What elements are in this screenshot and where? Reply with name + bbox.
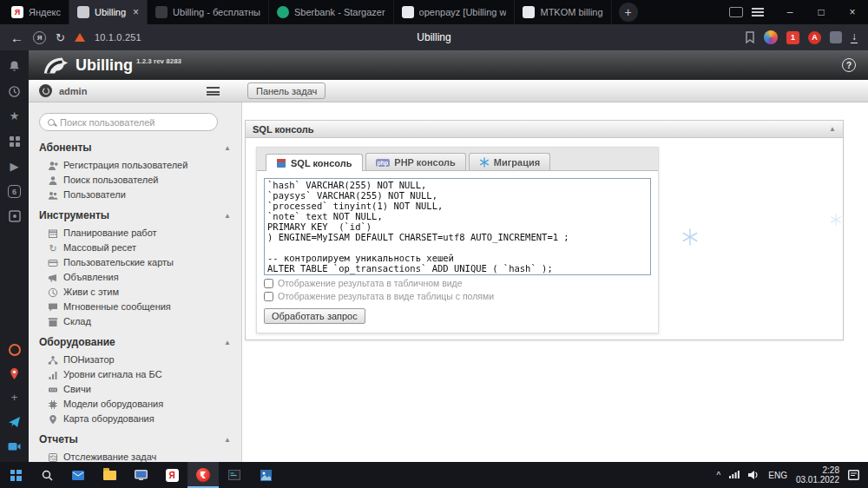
tab-php-console[interactable]: php PHP консоль — [365, 153, 466, 170]
collapse-icon[interactable]: ▲ — [224, 339, 231, 346]
reload-icon[interactable]: ↻ — [56, 31, 65, 44]
record-icon[interactable] — [9, 344, 21, 356]
taskbar-clock[interactable]: 2:28 03.01.2022 — [796, 465, 839, 485]
menu-item-announcements[interactable]: Объявления — [37, 270, 233, 285]
menu-item-instant-messages[interactable]: Мгновенные сообщения — [37, 300, 233, 314]
volume-icon[interactable] — [748, 471, 760, 479]
main-content: SQL консоль ▲ SQL консоль php PHP консол… — [243, 102, 868, 462]
tab-migration[interactable]: Миграция — [469, 153, 550, 170]
network-icon[interactable] — [729, 471, 740, 479]
table-view-checkbox[interactable] — [264, 279, 273, 288]
hidden-icons-caret[interactable]: ^ — [717, 471, 721, 480]
downloads-icon[interactable]: ↓ — [851, 32, 858, 43]
tab-ubilling-free[interactable]: Ubilling - бесплатны — [148, 0, 269, 24]
php-icon: php — [376, 159, 391, 167]
section-header-equipment[interactable]: Оборудование ▲ — [39, 336, 231, 348]
process-query-button[interactable]: Обработать запрос — [264, 308, 365, 324]
menu-item-user-search[interactable]: Поиск пользователей — [37, 173, 233, 188]
menu-item-user-registration[interactable]: Регистрация пользователей — [37, 158, 233, 173]
tab-close-icon[interactable]: × — [133, 7, 139, 17]
search-input[interactable] — [60, 117, 209, 128]
player-icon[interactable]: ▶ — [8, 160, 22, 174]
camera-icon[interactable] — [8, 439, 22, 453]
chat-icon — [48, 302, 58, 313]
menu-item-task-tracking[interactable]: Отслеживание задач — [37, 450, 233, 462]
section-header-tools[interactable]: Инструменты ▲ — [39, 209, 231, 221]
task-panel-button[interactable]: Панель задач — [247, 82, 326, 99]
menu-item-live-with-this[interactable]: Живи с этим — [37, 285, 233, 300]
menu-item-switches[interactable]: Свичи — [37, 382, 233, 397]
tab-ubilling[interactable]: Ubilling × — [69, 0, 148, 24]
user-search-box[interactable] — [39, 113, 218, 131]
favorites-star-icon[interactable]: ★ — [8, 109, 22, 123]
taskbar-search-icon[interactable] — [31, 462, 62, 488]
tab-counter-badge[interactable]: 6 — [8, 185, 21, 198]
tab-sberbank[interactable]: Sberbank - Stargazer — [269, 0, 394, 24]
extension-icon[interactable] — [830, 31, 842, 43]
collections-icon[interactable] — [8, 135, 22, 148]
sql-query-textarea[interactable]: `hash` VARCHAR(255) NOT NULL, `paysys` V… — [264, 178, 651, 275]
menu-item-bs-signal-levels[interactable]: Уровни сигнала на БС — [37, 367, 233, 382]
yandex-services-icon[interactable]: Я — [33, 31, 46, 44]
logout-power-icon[interactable] — [39, 84, 52, 97]
network-icon — [48, 355, 58, 366]
new-tab-button[interactable]: + — [619, 3, 638, 22]
terminal-app-icon[interactable] — [219, 462, 250, 488]
menu-item-user-cards[interactable]: Пользовательские карты — [37, 255, 233, 270]
collapse-icon[interactable]: ▲ — [224, 436, 231, 444]
browser-menu-icon[interactable] — [752, 8, 764, 16]
yandex-browser-icon[interactable] — [187, 462, 219, 488]
bookmark-flag-icon[interactable] — [745, 31, 755, 43]
section-header-abonents[interactable]: Абоненты ▲ — [39, 142, 231, 154]
alerts-badge[interactable]: 1 — [786, 31, 799, 44]
help-button[interactable]: ? — [842, 58, 856, 72]
menu-item-warehouse[interactable]: Склад — [37, 314, 233, 329]
reset-icon: ↻ — [48, 243, 58, 254]
avatar[interactable] — [764, 30, 778, 44]
adblock-icon[interactable]: А — [808, 31, 821, 44]
menu-item-equipment-models[interactable]: Модели оборудования — [37, 397, 233, 412]
sql-panel-header[interactable]: SQL консоль ▲ — [246, 121, 843, 138]
address-bar[interactable]: 10.1.0.251 — [95, 32, 141, 43]
table-with-fields-checkbox[interactable] — [264, 292, 273, 301]
messenger-icon[interactable] — [8, 415, 22, 429]
menu-item-equipment-map[interactable]: Карта оборудования — [37, 412, 233, 426]
location-pin-icon[interactable] — [8, 366, 22, 380]
yandex-app-icon[interactable]: Я — [156, 462, 187, 488]
tab-sql-console[interactable]: SQL консоль — [266, 154, 363, 171]
map-pin-icon — [48, 414, 58, 425]
photos-app-icon[interactable] — [250, 462, 281, 488]
menu-item-ponizator[interactable]: ПОНизатор — [37, 353, 233, 367]
chip-icon — [48, 399, 58, 410]
start-button[interactable] — [0, 462, 31, 488]
mail-app-icon[interactable] — [62, 462, 94, 488]
window-minimize-button[interactable]: – — [774, 0, 806, 24]
collapse-icon[interactable]: ▲ — [224, 144, 231, 152]
window-maximize-button[interactable]: □ — [806, 0, 837, 24]
history-icon[interactable] — [8, 84, 22, 98]
menu-item-users[interactable]: Пользователи — [37, 188, 233, 202]
menu-item-mass-reset[interactable]: ↻ Массовый ресет — [37, 241, 233, 255]
monitor-app-icon[interactable] — [125, 462, 156, 488]
menu-toggle-icon[interactable] — [207, 87, 220, 96]
window-close-button[interactable]: × — [837, 0, 868, 24]
tab-mtkom[interactable]: MTKOM billing — [515, 0, 611, 24]
file-explorer-icon[interactable] — [94, 462, 125, 488]
console-tabs: SQL консоль php PHP консоль Миграция — [257, 148, 658, 171]
tab-yandex[interactable]: Я Яндекс — [3, 0, 69, 24]
add-panel-icon[interactable]: + — [8, 391, 22, 405]
tab-groups-icon[interactable] — [729, 7, 743, 17]
security-warning-icon[interactable] — [75, 33, 85, 42]
brand-name: Ubilling — [76, 56, 133, 75]
collapse-icon[interactable]: ▲ — [224, 212, 231, 220]
screenshot-icon[interactable] — [8, 209, 22, 223]
panel-collapse-icon[interactable]: ▲ — [829, 125, 836, 133]
section-header-reports[interactable]: Отчеты ▲ — [39, 433, 231, 445]
back-button[interactable]: ← — [10, 31, 23, 44]
notifications-bell-icon[interactable] — [8, 59, 22, 73]
user-bar: admin Панель задач — [29, 80, 868, 102]
tab-openpayz[interactable]: openpayz [Ubilling w — [394, 0, 516, 24]
menu-item-work-planning[interactable]: Планирование работ — [37, 226, 233, 241]
language-indicator[interactable]: ENG — [768, 471, 787, 480]
notification-center-icon[interactable] — [848, 470, 859, 480]
